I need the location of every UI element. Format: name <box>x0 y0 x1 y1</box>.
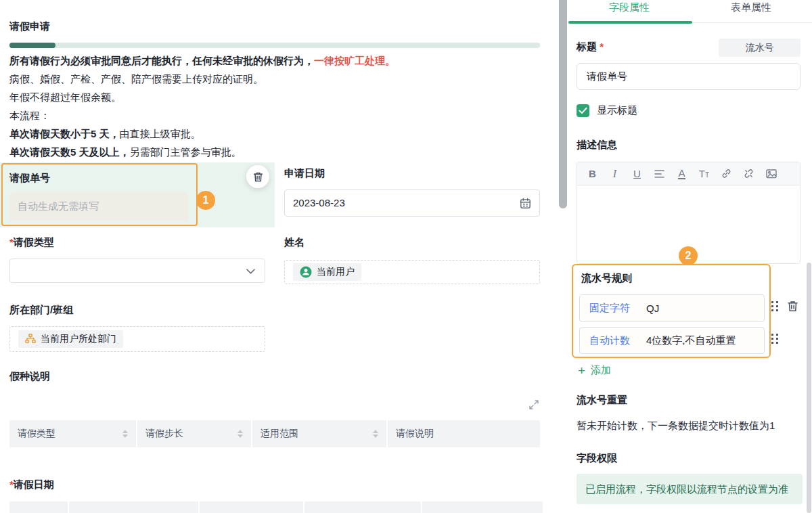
font-size-icon[interactable]: TT <box>693 162 715 185</box>
active-tab-indicator <box>568 21 692 24</box>
drag-handle-icon[interactable] <box>771 334 778 344</box>
notice-warning-red: 一律按旷工处理。 <box>314 55 395 66</box>
rule-type-link[interactable]: 固定字符 <box>589 302 630 315</box>
current-department-chip: 当前用户所处部门 <box>18 330 123 348</box>
serial-reset-text: 暂未开始计数，下一条数据提交时计数值为1 <box>577 420 775 432</box>
user-icon <box>300 266 312 278</box>
apply-date-label: 申请日期 <box>284 167 325 180</box>
serial-rules-box: 流水号规则 固定字符 QJ 自动计数 4位数字,不自动重置 <box>572 264 771 358</box>
canvas-scrollbar[interactable] <box>559 0 567 208</box>
tab-form-properties[interactable]: 表单属性 <box>690 1 812 14</box>
title-input[interactable]: 请假单号 <box>577 63 800 90</box>
sort-icon[interactable] <box>238 430 243 438</box>
divider-progress-bar <box>9 43 540 48</box>
notice-line-4: 本流程： <box>9 106 540 125</box>
leave-no-input[interactable]: 自动生成无需填写 <box>9 192 188 221</box>
sort-icon[interactable] <box>122 430 128 438</box>
bold-icon[interactable]: B <box>581 162 604 185</box>
leave-no-label: 请假单号 <box>9 172 50 185</box>
serial-rules-label: 流水号规则 <box>581 272 632 285</box>
serial-number-type-badge[interactable]: 流水号 <box>719 39 800 57</box>
serial-rule-row-counter[interactable]: 自动计数 4位数字,不自动重置 <box>579 327 765 354</box>
annotation-badge-2: 2 <box>679 246 698 265</box>
column-header[interactable]: 适用范围 <box>252 420 386 447</box>
link-icon[interactable] <box>715 162 738 185</box>
org-tree-icon <box>25 334 36 344</box>
form-canvas: 请假申请 所有请假行为必须审批同意后才能执行，任何未经审批的休假行为，一律按旷工… <box>0 0 562 513</box>
form-title: 请假申请 <box>9 20 50 33</box>
tab-field-properties[interactable]: 字段属性 <box>568 1 690 14</box>
panel-tabbar: 字段属性 表单属性 <box>568 0 812 24</box>
leave-type-label: *请假类型 <box>9 236 54 249</box>
show-title-label: 显示标题 <box>597 104 637 117</box>
expand-icon[interactable] <box>528 399 539 410</box>
rule-type-link[interactable]: 自动计数 <box>589 334 630 347</box>
column-header[interactable]: 请假类型 <box>9 420 136 447</box>
divider-progress-fill <box>9 43 55 48</box>
panel-scrollbar[interactable] <box>807 263 811 513</box>
plus-icon: + <box>578 365 585 376</box>
properties-panel: 字段属性 表单属性 标题 * 流水号 请假单号 显示标题 描述信息 B I U … <box>568 0 812 513</box>
name-label: 姓名 <box>284 236 304 249</box>
apply-date-value: 2023-08-23 <box>293 197 345 208</box>
leave-desc-table-header: 请假类型 请假步长 适用范围 请假说明 <box>9 420 540 447</box>
leave-type-select[interactable] <box>9 259 265 283</box>
field-permission-label: 字段权限 <box>577 452 617 465</box>
add-rule-button[interactable]: + 添加 <box>578 364 611 377</box>
italic-icon[interactable]: I <box>604 162 626 185</box>
description-label: 描述信息 <box>577 139 617 152</box>
image-icon[interactable] <box>760 162 782 185</box>
apply-date-input[interactable]: 2023-08-23 <box>284 189 540 217</box>
notice-line-5: 单次请假天数小于5 天，由直接上级审批。 <box>9 125 540 143</box>
field-permission-info: 已启用流程，字段权限以流程节点的设置为准 <box>577 474 803 504</box>
delete-rule-icon[interactable] <box>786 300 799 313</box>
drag-handle-icon[interactable] <box>771 301 778 311</box>
notice-line-1: 所有请假行为必须审批同意后才能执行，任何未经审批的休假行为，一律按旷工处理。 <box>9 51 540 70</box>
underline-icon[interactable]: U <box>626 162 648 185</box>
selected-field-leave-no[interactable]: 请假单号 自动生成无需填写 1 <box>0 162 275 227</box>
leave-date-table-header-partial <box>9 501 543 513</box>
editor-toolbar: B I U A TT <box>577 162 800 185</box>
title-input-value: 请假单号 <box>587 70 627 82</box>
show-title-checkbox[interactable] <box>577 104 589 117</box>
serial-rule-row-fixed[interactable]: 固定字符 QJ <box>579 294 765 322</box>
department-label: 所在部门/班组 <box>9 304 73 317</box>
notice-line-6: 单次请假天数5 天及以上，另需部门主管参与审批。 <box>9 143 540 161</box>
column-header[interactable]: 请假说明 <box>388 420 540 447</box>
annotation-badge-1: 1 <box>196 191 215 210</box>
current-user-chip: 当前用户 <box>293 263 361 281</box>
title-label: 标题 * <box>577 41 604 53</box>
align-icon[interactable] <box>648 162 671 185</box>
notice-text: 所有请假行为必须审批同意后才能执行，任何未经审批的休假行为，一律按旷工处理。 病… <box>9 51 540 161</box>
notice-line-3: 年假不得超过年假余额。 <box>9 88 540 106</box>
trash-icon <box>252 171 264 183</box>
name-field[interactable]: 当前用户 <box>284 260 540 284</box>
notice-line-2: 病假、婚假、产检、产假、陪产假需要上传对应的证明。 <box>9 70 540 88</box>
font-color-icon[interactable]: A <box>671 162 693 185</box>
unlink-icon[interactable] <box>738 162 760 185</box>
leave-desc-label: 假种说明 <box>9 370 50 383</box>
sort-icon[interactable] <box>373 430 378 438</box>
column-header[interactable]: 请假步长 <box>137 420 251 447</box>
department-field[interactable]: 当前用户所处部门 <box>9 326 265 352</box>
calendar-icon <box>520 198 531 209</box>
leave-date-label: *请假日期 <box>9 478 54 491</box>
chevron-down-icon <box>246 269 255 274</box>
delete-field-button[interactable] <box>246 165 269 188</box>
serial-reset-label: 流水号重置 <box>577 394 627 407</box>
show-title-row: 显示标题 <box>577 104 637 117</box>
check-icon <box>579 107 587 114</box>
